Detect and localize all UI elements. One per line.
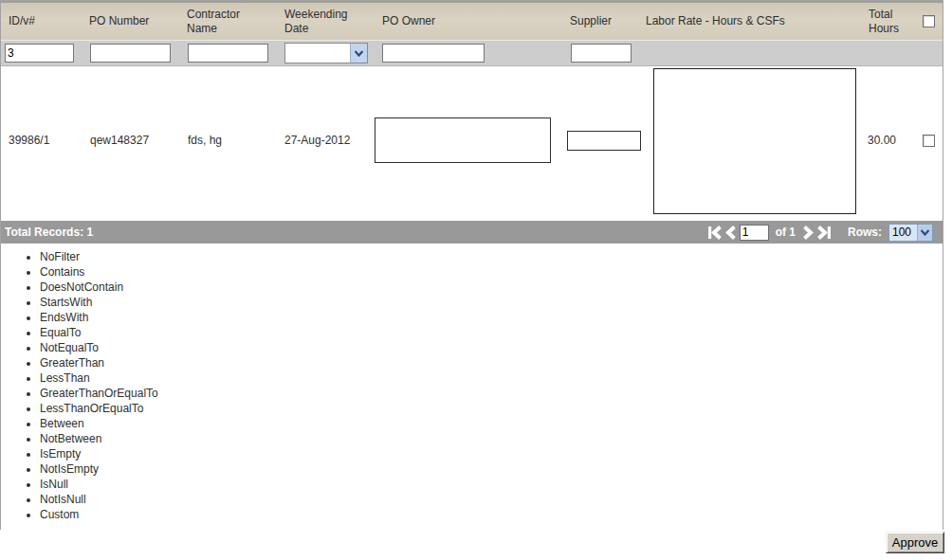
filter-option-lessthan[interactable]: LessThan bbox=[40, 370, 943, 386]
cell-total-hours: 30.00 bbox=[860, 66, 915, 214]
page-number-input[interactable] bbox=[740, 225, 769, 241]
filter-cell-contractor bbox=[183, 44, 281, 63]
filter-cell-id bbox=[1, 44, 85, 63]
chevron-right-icon bbox=[802, 226, 814, 240]
supplier-filter-input[interactable] bbox=[571, 44, 632, 63]
filter-option-notequalto[interactable]: NotEqualTo bbox=[40, 340, 943, 355]
supplier-input[interactable] bbox=[567, 131, 641, 151]
row-select-checkbox[interactable] bbox=[923, 135, 935, 147]
filter-options-list: NoFilterContainsDoesNotContainStartsWith… bbox=[1, 249, 943, 522]
total-records-label: Total Records: 1 bbox=[1, 226, 707, 239]
chevron-down-icon bbox=[355, 50, 363, 57]
column-header-weekending-date[interactable]: Weekending Date bbox=[281, 5, 378, 39]
filter-option-between[interactable]: Between bbox=[40, 416, 943, 431]
filter-option-equalto[interactable]: EqualTo bbox=[40, 325, 943, 340]
labor-rate-textarea[interactable] bbox=[653, 68, 856, 214]
pager-bar: Total Records: 1 of 1 bbox=[1, 221, 943, 244]
last-page-icon bbox=[816, 226, 832, 240]
column-header-po-owner[interactable]: PO Owner bbox=[378, 11, 563, 31]
column-header-po-number[interactable]: PO Number bbox=[85, 11, 183, 31]
po-owner-filter-input[interactable] bbox=[382, 44, 485, 63]
po-owner-textarea[interactable] bbox=[375, 117, 551, 163]
filter-option-startswith[interactable]: StartsWith bbox=[40, 295, 943, 310]
cell-weekending-date: 27-Aug-2012 bbox=[281, 66, 378, 214]
id-filter-input[interactable] bbox=[5, 44, 74, 63]
grid-container: ID/v# PO Number Contractor Name Weekendi… bbox=[0, 0, 943, 530]
rows-label: Rows: bbox=[848, 226, 882, 239]
header-select-all-cell bbox=[915, 15, 943, 27]
prev-page-button[interactable] bbox=[725, 226, 737, 240]
filter-cell-po-owner bbox=[378, 44, 563, 63]
select-all-checkbox[interactable] bbox=[923, 15, 935, 27]
cell-po-owner bbox=[378, 66, 563, 214]
filter-option-lessthanorequalto[interactable]: LessThanOrEqualTo bbox=[40, 401, 943, 416]
weekending-date-filter-dropdown[interactable] bbox=[284, 43, 368, 63]
filter-option-notbetween[interactable]: NotBetween bbox=[40, 431, 943, 446]
pager-controls: of 1 Rows: 100 bbox=[707, 224, 943, 242]
column-header-labor-rate[interactable]: Labor Rate - Hours & CSFs bbox=[642, 11, 860, 31]
dropdown-arrow-button[interactable] bbox=[917, 225, 932, 241]
grid-filter-row bbox=[1, 40, 943, 66]
filter-options-panel: NoFilterContainsDoesNotContainStartsWith… bbox=[1, 244, 943, 530]
chevron-down-icon bbox=[921, 229, 929, 236]
filter-option-greaterthan[interactable]: GreaterThan bbox=[40, 355, 943, 370]
filter-option-greaterthanorequalto[interactable]: GreaterThanOrEqualTo bbox=[40, 386, 943, 401]
filter-cell-po-number bbox=[85, 44, 183, 63]
filter-cell-weekending bbox=[281, 43, 378, 63]
contractor-name-filter-input[interactable] bbox=[188, 44, 268, 63]
column-header-contractor-name[interactable]: Contractor Name bbox=[183, 5, 281, 39]
approve-button[interactable]: Approve bbox=[886, 532, 944, 553]
dropdown-arrow-button[interactable] bbox=[350, 44, 367, 63]
last-page-button[interactable] bbox=[816, 226, 832, 240]
filter-option-notisempty[interactable]: NotIsEmpty bbox=[40, 461, 943, 477]
table-row: 39986/1 qew148327 fds, hg 27-Aug-2012 30… bbox=[1, 66, 943, 214]
chevron-left-icon bbox=[725, 226, 737, 240]
weekending-date-filter-value bbox=[285, 44, 350, 63]
cell-row-select bbox=[915, 66, 943, 214]
cell-supplier bbox=[563, 66, 642, 214]
page-count-label: of 1 bbox=[776, 226, 796, 239]
cell-po-number: qew148327 bbox=[85, 66, 183, 214]
filter-cell-supplier bbox=[563, 44, 642, 63]
filter-option-notisnull[interactable]: NotIsNull bbox=[40, 492, 943, 507]
column-header-supplier[interactable]: Supplier bbox=[563, 11, 642, 31]
filter-option-nofilter[interactable]: NoFilter bbox=[40, 249, 943, 264]
filter-option-endswith[interactable]: EndsWith bbox=[40, 310, 943, 325]
filter-option-doesnotcontain[interactable]: DoesNotContain bbox=[40, 280, 943, 295]
next-page-button[interactable] bbox=[802, 226, 814, 240]
cell-labor-rate bbox=[642, 66, 860, 214]
column-header-total-hours[interactable]: Total Hours bbox=[860, 5, 915, 39]
rows-per-page-dropdown[interactable]: 100 bbox=[888, 224, 933, 242]
filter-option-contains[interactable]: Contains bbox=[40, 264, 943, 280]
filter-option-isempty[interactable]: IsEmpty bbox=[40, 446, 943, 461]
column-header-id[interactable]: ID/v# bbox=[1, 11, 85, 31]
po-number-filter-input[interactable] bbox=[90, 44, 171, 63]
cell-id: 39986/1 bbox=[1, 66, 85, 214]
filter-option-isnull[interactable]: IsNull bbox=[40, 477, 943, 492]
rows-per-page-value: 100 bbox=[889, 225, 917, 241]
cell-contractor-name: fds, hg bbox=[183, 66, 281, 214]
first-page-button[interactable] bbox=[707, 226, 723, 240]
page: ID/v# PO Number Contractor Name Weekendi… bbox=[0, 0, 952, 560]
filter-option-custom[interactable]: Custom bbox=[40, 507, 943, 522]
grid-header-row: ID/v# PO Number Contractor Name Weekendi… bbox=[1, 1, 943, 40]
first-page-icon bbox=[707, 226, 723, 240]
